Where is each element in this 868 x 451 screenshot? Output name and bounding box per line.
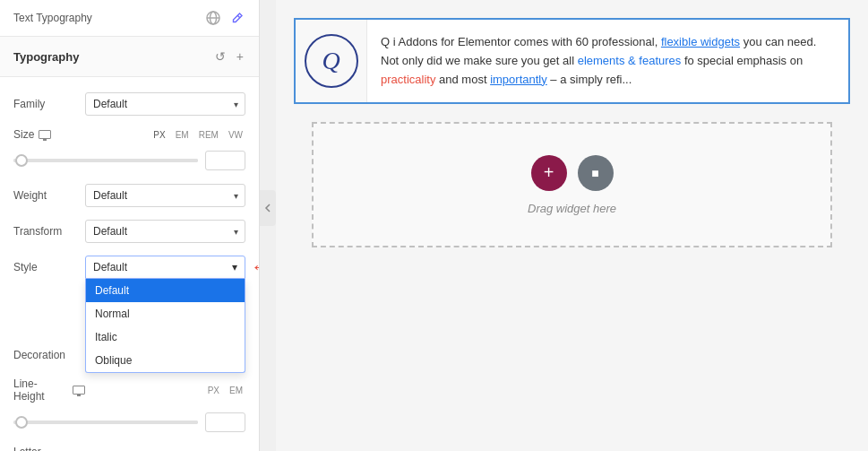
line-height-responsive-icon	[73, 386, 85, 395]
add-section-button[interactable]: ■	[578, 155, 614, 191]
text-widget[interactable]: Q Q i Addons for Elementor comes with 60…	[294, 18, 850, 104]
letter-spacing-row: Letter Spacing	[0, 439, 259, 451]
drop-zone-buttons: + ■	[531, 155, 614, 191]
size-slider[interactable]	[13, 159, 198, 162]
size-label: Size	[13, 128, 85, 141]
reset-typography-button[interactable]: ↺	[213, 48, 228, 65]
letter-spacing-label: Letter Spacing	[13, 446, 85, 451]
weight-select[interactable]: Default	[85, 184, 245, 207]
widget-icon-area: Q	[296, 20, 367, 102]
edit-icon-button[interactable]	[229, 10, 245, 26]
line-height-slider-thumb[interactable]	[15, 416, 28, 429]
panel-toggle-button[interactable]	[260, 190, 276, 226]
typography-actions: ↺ +	[213, 48, 245, 65]
transform-control: Default	[85, 220, 245, 243]
sidebar-form-content: Family Default Size PX EM REM VW	[0, 77, 259, 451]
style-option-italic[interactable]: Italic	[86, 325, 245, 349]
line-height-slider-row	[0, 409, 259, 439]
line-height-unit-px[interactable]: PX	[205, 385, 222, 396]
line-height-row: Line-Height PX EM	[0, 371, 259, 409]
style-option-normal[interactable]: Normal	[86, 302, 245, 325]
widget-text-content: Q i Addons for Elementor comes with 60 p…	[367, 20, 848, 102]
size-slider-thumb[interactable]	[15, 154, 28, 167]
typography-label: Typography	[13, 50, 79, 64]
size-slider-row	[0, 147, 259, 178]
size-unit-rem[interactable]: REM	[196, 129, 221, 141]
drop-zone[interactable]: + ■ Drag widget here	[312, 122, 832, 247]
style-chevron: ▾	[232, 261, 237, 273]
canvas-content: Q Q i Addons for Elementor comes with 60…	[276, 0, 868, 265]
red-arrow-indicator: ←	[251, 256, 259, 279]
transform-label: Transform	[13, 225, 85, 238]
widget-text-highlight-2: elements & features	[578, 54, 682, 67]
chevron-left-icon	[264, 203, 271, 213]
line-height-unit-em[interactable]: EM	[227, 385, 245, 396]
style-control: Default ▾ Default Normal Italic Oblique …	[85, 256, 245, 279]
style-label: Style	[13, 261, 85, 273]
style-row: Style Default ▾ Default Normal Italic Ob…	[0, 249, 259, 285]
style-dropdown: Default Normal Italic Oblique	[85, 279, 245, 373]
sidebar-header-icons	[204, 9, 245, 27]
line-height-units: PX EM	[205, 385, 245, 396]
transform-row: Transform Default	[0, 213, 259, 249]
size-unit-vw[interactable]: VW	[226, 129, 245, 141]
weight-label: Weight	[13, 189, 85, 202]
style-selected-value: Default	[93, 261, 127, 273]
q-logo-circle: Q	[305, 34, 358, 88]
size-units: PX EM REM VW	[150, 129, 245, 141]
typography-header: Typography ↺ +	[0, 37, 259, 77]
svg-line-3	[237, 15, 240, 18]
transform-select-wrapper: Default	[85, 220, 245, 243]
main-canvas: Q Q i Addons for Elementor comes with 60…	[276, 0, 868, 451]
size-responsive-icon	[39, 130, 51, 139]
line-height-label: Line-Height	[13, 377, 85, 403]
drop-zone-label: Drag widget here	[528, 202, 616, 215]
sidebar-top-title: Text Typography	[13, 12, 92, 24]
family-label: Family	[13, 98, 85, 110]
widget-text-highlight-1: flexible widgets	[661, 35, 740, 48]
weight-select-wrapper: Default	[85, 184, 245, 207]
family-control: Default	[85, 92, 245, 116]
weight-control: Default	[85, 184, 245, 207]
line-height-slider[interactable]	[13, 421, 198, 424]
sidebar-top-header: Text Typography	[0, 0, 259, 37]
globe-icon	[206, 11, 220, 25]
family-select[interactable]: Default	[85, 92, 245, 116]
q-logo-letter: Q	[322, 48, 339, 74]
line-height-input[interactable]	[205, 412, 245, 432]
pencil-icon	[231, 12, 244, 24]
size-unit-em[interactable]: EM	[173, 129, 192, 141]
widget-text-highlight-4: importantly	[490, 73, 547, 86]
weight-row: Weight Default	[0, 178, 259, 213]
family-select-wrapper: Default	[85, 92, 245, 116]
style-option-oblique[interactable]: Oblique	[86, 349, 245, 372]
style-option-default[interactable]: Default	[86, 279, 245, 302]
square-icon: ■	[591, 166, 598, 180]
add-typography-button[interactable]: +	[235, 48, 245, 65]
size-row: Size PX EM REM VW	[0, 122, 259, 147]
line-height-slider-track	[13, 421, 198, 424]
decoration-label: Decoration	[13, 349, 85, 361]
size-unit-px[interactable]: PX	[150, 129, 168, 141]
widget-text-highlight-3: practicality	[381, 73, 435, 86]
size-input[interactable]	[205, 151, 245, 170]
sidebar: Text Typography Typography ↺	[0, 0, 260, 451]
transform-select[interactable]: Default	[85, 220, 245, 243]
add-widget-button[interactable]: +	[531, 155, 567, 191]
style-select-box[interactable]: Default ▾	[85, 256, 245, 279]
family-row: Family Default	[0, 86, 259, 122]
globe-icon-button[interactable]	[204, 9, 222, 27]
size-slider-track	[13, 159, 198, 162]
